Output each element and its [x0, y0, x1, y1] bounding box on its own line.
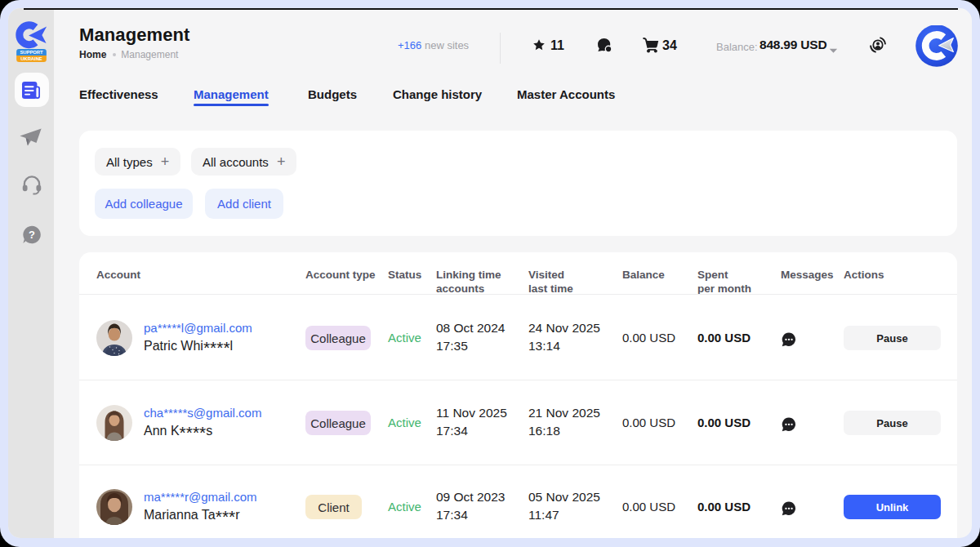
svg-text:UKRAINE: UKRAINE: [20, 56, 42, 61]
svg-text:SUPPORT: SUPPORT: [20, 50, 43, 55]
svg-text:?: ?: [29, 229, 35, 241]
